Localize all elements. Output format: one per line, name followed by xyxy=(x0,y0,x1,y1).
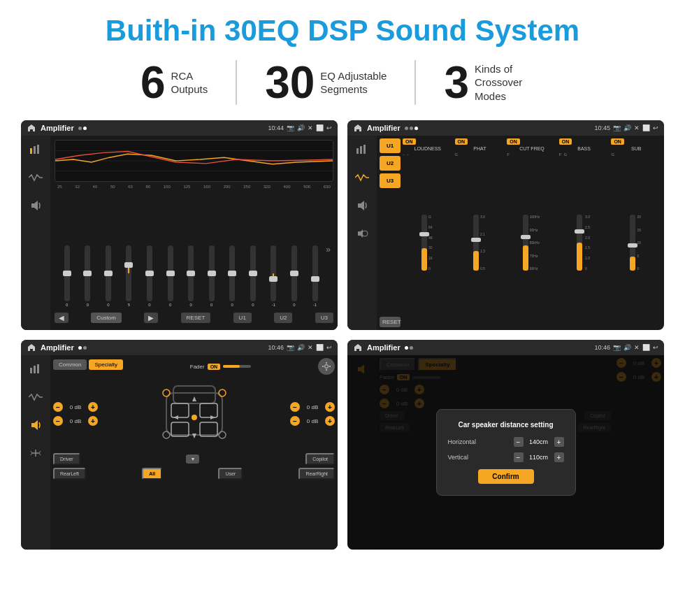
db1-minus-btn[interactable]: − xyxy=(53,402,63,412)
bass-on-badge[interactable]: ON xyxy=(559,138,572,145)
loudness-slider[interactable] xyxy=(421,215,427,271)
preset-u1-btn[interactable]: U1 xyxy=(380,138,401,153)
crossover-left-sidebar xyxy=(347,136,377,330)
crossover-content: U1 U2 U3 RESET ON LOUDNESS xyxy=(347,136,664,330)
eq-prev-btn[interactable]: ◀ xyxy=(55,313,68,323)
vertical-control: − 110cm + xyxy=(514,452,564,462)
speaker-sidebar-wave-icon[interactable] xyxy=(26,387,45,407)
tab-common-btn[interactable]: Common xyxy=(53,359,87,370)
speaker-left-sidebar xyxy=(21,355,50,550)
speaker-distance-screen: Amplifier 10:46 📷 🔊 ✕ ⬜ ↩ xyxy=(347,340,664,550)
dialog-home-icon xyxy=(353,343,363,352)
svg-marker-35 xyxy=(173,415,178,420)
vertical-plus-btn[interactable]: + xyxy=(554,452,564,462)
position-buttons-2: RearLeft All User RearRight xyxy=(53,468,335,480)
speaker-sidebar-eq-icon[interactable] xyxy=(26,359,45,379)
cutfreq-on-badge[interactable]: ON xyxy=(507,138,520,145)
crossover-sidebar-speaker-icon[interactable] xyxy=(352,196,372,215)
sub-on-badge[interactable]: ON xyxy=(611,138,624,145)
speaker-sidebar-arrows-icon[interactable] xyxy=(26,443,45,463)
rearleft-btn[interactable]: RearLeft xyxy=(53,468,86,480)
bass-slider-1[interactable] xyxy=(577,215,582,271)
speaker-screen-content: Common Specialty Fader ON xyxy=(21,355,338,550)
crossover-sidebar-eq-icon[interactable] xyxy=(352,140,372,159)
car-diagram-area xyxy=(102,379,286,449)
eq-app-title: Amplifier xyxy=(41,124,74,132)
crossover-time: 10:45 xyxy=(594,124,610,131)
eq-u3-btn[interactable]: U3 xyxy=(315,313,333,323)
svg-rect-8 xyxy=(360,146,362,154)
eq-u2-btn[interactable]: U2 xyxy=(274,313,292,323)
user-btn[interactable]: User xyxy=(218,468,243,480)
eq-slider-3: 0 xyxy=(99,245,118,307)
channel-phat: ON PHAT G 3.0 2.1 xyxy=(455,138,505,327)
confirm-btn[interactable]: Confirm xyxy=(478,469,534,484)
crossover-sidebar-wave-icon[interactable] xyxy=(352,168,372,187)
db-control-1: − 0 dB + xyxy=(53,402,98,412)
dialog-time: 10:46 xyxy=(594,344,610,351)
db3-minus-btn[interactable]: − xyxy=(290,402,300,412)
loudness-on-badge[interactable]: ON xyxy=(403,138,416,145)
speaker-settings-icon[interactable] xyxy=(318,358,335,375)
svg-point-17 xyxy=(324,365,328,368)
eq-graph xyxy=(55,140,333,182)
db4-minus-btn[interactable]: − xyxy=(290,416,300,426)
stat-label-eq: EQ AdjustableSegments xyxy=(320,69,387,96)
svg-marker-3 xyxy=(31,201,38,210)
db1-plus-btn[interactable]: + xyxy=(88,402,98,412)
eq-slider-11: -1 xyxy=(264,245,284,307)
channel-loudness: ON LOUDNESS ~~ G xyxy=(403,138,453,327)
all-btn[interactable]: All xyxy=(142,468,162,480)
db4-plus-btn[interactable]: + xyxy=(325,416,335,426)
fader-on-badge[interactable]: ON xyxy=(208,364,221,370)
center-arrow-down[interactable]: ▼ xyxy=(186,454,199,464)
svg-point-19 xyxy=(326,369,327,371)
stat-label-crossover: Kinds ofCrossover Modes xyxy=(475,62,545,103)
eq-slider-7: 0 xyxy=(181,245,201,307)
eq-slider-1: 0 xyxy=(57,245,77,307)
eq-custom-btn[interactable]: Custom xyxy=(91,313,122,323)
horizontal-minus-btn[interactable]: − xyxy=(514,437,524,447)
rearright-btn[interactable]: RearRight xyxy=(298,468,335,480)
tab-specialty-btn[interactable]: Specialty xyxy=(89,359,122,370)
stat-number-rca: 6 xyxy=(140,60,166,105)
phat-on-badge[interactable]: ON xyxy=(455,138,468,145)
vertical-minus-btn[interactable]: − xyxy=(514,452,524,462)
db2-minus-btn[interactable]: − xyxy=(53,416,63,426)
home-icon xyxy=(27,123,36,133)
dialog-app-title: Amplifier xyxy=(367,343,401,352)
preset-u2-btn[interactable]: U2 xyxy=(380,156,401,171)
phat-slider[interactable] xyxy=(473,215,479,271)
driver-btn[interactable]: Driver xyxy=(53,453,80,465)
preset-u3-btn[interactable]: U3 xyxy=(380,173,401,188)
eq-u1-btn[interactable]: U1 xyxy=(233,313,252,323)
crossover-presets: U1 U2 U3 RESET xyxy=(380,138,401,327)
eq-next-btn[interactable]: ▶ xyxy=(144,313,158,323)
crossover-sidebar-volume-icon[interactable] xyxy=(352,224,372,243)
eq-reset-btn[interactable]: RESET xyxy=(181,313,211,323)
horizontal-plus-btn[interactable]: + xyxy=(554,437,564,447)
db1-value: 0 dB xyxy=(65,404,86,410)
speaker-sidebar-speaker-icon[interactable] xyxy=(26,415,45,435)
copilot-btn[interactable]: Copilot xyxy=(305,453,335,465)
dialog-horizontal-row: Horizontal − 140cm + xyxy=(448,437,564,447)
dialog-vertical-row: Vertical − 110cm + xyxy=(448,452,564,462)
fader-section: Fader ON xyxy=(190,364,251,370)
db2-plus-btn[interactable]: + xyxy=(88,416,98,426)
speaker-layout-screen: Amplifier 10:46 📷 🔊 ✕ ⬜ ↩ xyxy=(21,340,338,550)
eq-sidebar-eq-icon[interactable] xyxy=(26,140,45,159)
fader-slider[interactable] xyxy=(223,365,251,368)
eq-freq-labels: 25 32 40 50 63 80 100 125 160 200 250 32… xyxy=(55,185,333,189)
svg-rect-25 xyxy=(200,403,217,417)
eq-arrow-right[interactable]: » xyxy=(326,245,331,255)
horizontal-control: − 140cm + xyxy=(514,437,564,447)
eq-sidebar-wave-icon[interactable] xyxy=(26,168,45,187)
crossover-reset-btn[interactable]: RESET xyxy=(380,317,401,327)
svg-marker-34 xyxy=(192,434,196,438)
cutfreq-slider[interactable] xyxy=(523,215,528,271)
sub-slider[interactable] xyxy=(630,215,635,271)
eq-slider-5: 0 xyxy=(140,245,159,307)
db3-plus-btn[interactable]: + xyxy=(325,402,335,412)
svg-point-28 xyxy=(163,389,170,396)
eq-sidebar-speaker-icon[interactable] xyxy=(26,196,45,215)
